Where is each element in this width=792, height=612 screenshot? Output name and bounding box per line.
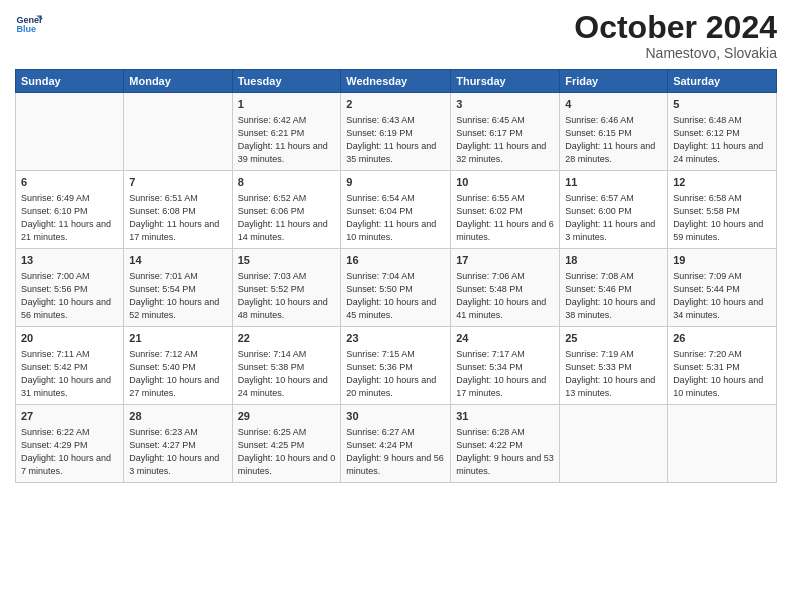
calendar-header-row: Sunday Monday Tuesday Wednesday Thursday… [16, 70, 777, 93]
day-number: 4 [565, 97, 662, 112]
day-info: Sunrise: 7:01 AMSunset: 5:54 PMDaylight:… [129, 271, 219, 320]
day-number: 22 [238, 331, 336, 346]
day-info: Sunrise: 7:08 AMSunset: 5:46 PMDaylight:… [565, 271, 655, 320]
table-cell: 27Sunrise: 6:22 AMSunset: 4:29 PMDayligh… [16, 405, 124, 483]
table-cell: 6Sunrise: 6:49 AMSunset: 6:10 PMDaylight… [16, 171, 124, 249]
calendar-week-5: 27Sunrise: 6:22 AMSunset: 4:29 PMDayligh… [16, 405, 777, 483]
table-cell: 2Sunrise: 6:43 AMSunset: 6:19 PMDaylight… [341, 93, 451, 171]
page-container: General Blue October 2024 Namestovo, Slo… [0, 0, 792, 488]
calendar-week-4: 20Sunrise: 7:11 AMSunset: 5:42 PMDayligh… [16, 327, 777, 405]
table-cell [560, 405, 668, 483]
calendar-week-1: 1Sunrise: 6:42 AMSunset: 6:21 PMDaylight… [16, 93, 777, 171]
day-info: Sunrise: 6:23 AMSunset: 4:27 PMDaylight:… [129, 427, 219, 476]
table-cell: 10Sunrise: 6:55 AMSunset: 6:02 PMDayligh… [451, 171, 560, 249]
table-cell: 13Sunrise: 7:00 AMSunset: 5:56 PMDayligh… [16, 249, 124, 327]
day-number: 17 [456, 253, 554, 268]
day-info: Sunrise: 6:49 AMSunset: 6:10 PMDaylight:… [21, 193, 111, 242]
day-info: Sunrise: 7:20 AMSunset: 5:31 PMDaylight:… [673, 349, 763, 398]
table-cell: 12Sunrise: 6:58 AMSunset: 5:58 PMDayligh… [668, 171, 777, 249]
day-number: 12 [673, 175, 771, 190]
table-cell: 15Sunrise: 7:03 AMSunset: 5:52 PMDayligh… [232, 249, 341, 327]
day-info: Sunrise: 7:15 AMSunset: 5:36 PMDaylight:… [346, 349, 436, 398]
table-cell: 25Sunrise: 7:19 AMSunset: 5:33 PMDayligh… [560, 327, 668, 405]
svg-text:Blue: Blue [16, 24, 36, 34]
day-number: 8 [238, 175, 336, 190]
day-info: Sunrise: 6:54 AMSunset: 6:04 PMDaylight:… [346, 193, 436, 242]
day-info: Sunrise: 7:04 AMSunset: 5:50 PMDaylight:… [346, 271, 436, 320]
day-number: 25 [565, 331, 662, 346]
day-info: Sunrise: 7:06 AMSunset: 5:48 PMDaylight:… [456, 271, 546, 320]
calendar-week-3: 13Sunrise: 7:00 AMSunset: 5:56 PMDayligh… [16, 249, 777, 327]
day-number: 30 [346, 409, 445, 424]
table-cell: 3Sunrise: 6:45 AMSunset: 6:17 PMDaylight… [451, 93, 560, 171]
table-cell: 17Sunrise: 7:06 AMSunset: 5:48 PMDayligh… [451, 249, 560, 327]
day-info: Sunrise: 6:48 AMSunset: 6:12 PMDaylight:… [673, 115, 763, 164]
day-number: 31 [456, 409, 554, 424]
header-sunday: Sunday [16, 70, 124, 93]
day-info: Sunrise: 6:52 AMSunset: 6:06 PMDaylight:… [238, 193, 328, 242]
table-cell: 24Sunrise: 7:17 AMSunset: 5:34 PMDayligh… [451, 327, 560, 405]
day-number: 9 [346, 175, 445, 190]
day-info: Sunrise: 6:25 AMSunset: 4:25 PMDaylight:… [238, 427, 336, 476]
header-wednesday: Wednesday [341, 70, 451, 93]
day-number: 29 [238, 409, 336, 424]
header-saturday: Saturday [668, 70, 777, 93]
table-cell [124, 93, 232, 171]
calendar-table: Sunday Monday Tuesday Wednesday Thursday… [15, 69, 777, 483]
table-cell: 18Sunrise: 7:08 AMSunset: 5:46 PMDayligh… [560, 249, 668, 327]
day-info: Sunrise: 6:28 AMSunset: 4:22 PMDaylight:… [456, 427, 554, 476]
day-info: Sunrise: 7:03 AMSunset: 5:52 PMDaylight:… [238, 271, 328, 320]
day-info: Sunrise: 6:43 AMSunset: 6:19 PMDaylight:… [346, 115, 436, 164]
day-info: Sunrise: 6:55 AMSunset: 6:02 PMDaylight:… [456, 193, 554, 242]
table-cell: 8Sunrise: 6:52 AMSunset: 6:06 PMDaylight… [232, 171, 341, 249]
logo: General Blue [15, 10, 47, 38]
table-cell: 20Sunrise: 7:11 AMSunset: 5:42 PMDayligh… [16, 327, 124, 405]
day-number: 3 [456, 97, 554, 112]
day-info: Sunrise: 7:17 AMSunset: 5:34 PMDaylight:… [456, 349, 546, 398]
table-cell [668, 405, 777, 483]
day-info: Sunrise: 7:11 AMSunset: 5:42 PMDaylight:… [21, 349, 111, 398]
day-info: Sunrise: 6:57 AMSunset: 6:00 PMDaylight:… [565, 193, 655, 242]
day-number: 10 [456, 175, 554, 190]
logo-icon: General Blue [15, 10, 43, 38]
table-cell: 5Sunrise: 6:48 AMSunset: 6:12 PMDaylight… [668, 93, 777, 171]
day-info: Sunrise: 6:45 AMSunset: 6:17 PMDaylight:… [456, 115, 546, 164]
month-title: October 2024 [574, 10, 777, 45]
day-info: Sunrise: 6:22 AMSunset: 4:29 PMDaylight:… [21, 427, 111, 476]
day-number: 5 [673, 97, 771, 112]
day-number: 1 [238, 97, 336, 112]
title-section: October 2024 Namestovo, Slovakia [574, 10, 777, 61]
day-number: 13 [21, 253, 118, 268]
day-info: Sunrise: 6:46 AMSunset: 6:15 PMDaylight:… [565, 115, 655, 164]
table-cell: 9Sunrise: 6:54 AMSunset: 6:04 PMDaylight… [341, 171, 451, 249]
day-number: 2 [346, 97, 445, 112]
header-thursday: Thursday [451, 70, 560, 93]
day-number: 20 [21, 331, 118, 346]
day-info: Sunrise: 7:19 AMSunset: 5:33 PMDaylight:… [565, 349, 655, 398]
location-subtitle: Namestovo, Slovakia [574, 45, 777, 61]
day-info: Sunrise: 6:51 AMSunset: 6:08 PMDaylight:… [129, 193, 219, 242]
table-cell: 31Sunrise: 6:28 AMSunset: 4:22 PMDayligh… [451, 405, 560, 483]
table-cell: 28Sunrise: 6:23 AMSunset: 4:27 PMDayligh… [124, 405, 232, 483]
day-info: Sunrise: 7:00 AMSunset: 5:56 PMDaylight:… [21, 271, 111, 320]
table-cell: 7Sunrise: 6:51 AMSunset: 6:08 PMDaylight… [124, 171, 232, 249]
table-cell: 14Sunrise: 7:01 AMSunset: 5:54 PMDayligh… [124, 249, 232, 327]
table-cell [16, 93, 124, 171]
day-info: Sunrise: 7:12 AMSunset: 5:40 PMDaylight:… [129, 349, 219, 398]
day-number: 23 [346, 331, 445, 346]
day-number: 14 [129, 253, 226, 268]
day-number: 19 [673, 253, 771, 268]
day-number: 15 [238, 253, 336, 268]
day-number: 11 [565, 175, 662, 190]
header: General Blue October 2024 Namestovo, Slo… [15, 10, 777, 61]
day-info: Sunrise: 6:58 AMSunset: 5:58 PMDaylight:… [673, 193, 763, 242]
day-number: 6 [21, 175, 118, 190]
day-number: 16 [346, 253, 445, 268]
header-friday: Friday [560, 70, 668, 93]
table-cell: 21Sunrise: 7:12 AMSunset: 5:40 PMDayligh… [124, 327, 232, 405]
day-number: 28 [129, 409, 226, 424]
table-cell: 22Sunrise: 7:14 AMSunset: 5:38 PMDayligh… [232, 327, 341, 405]
day-number: 24 [456, 331, 554, 346]
table-cell: 16Sunrise: 7:04 AMSunset: 5:50 PMDayligh… [341, 249, 451, 327]
calendar-week-2: 6Sunrise: 6:49 AMSunset: 6:10 PMDaylight… [16, 171, 777, 249]
